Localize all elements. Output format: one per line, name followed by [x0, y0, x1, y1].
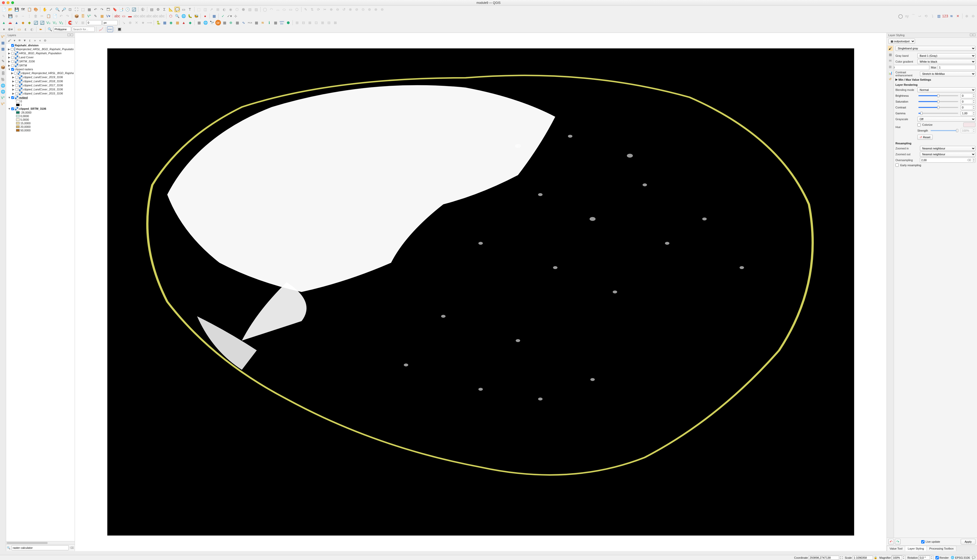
layout-manager-button[interactable]: 📋: [27, 7, 32, 12]
reset-button[interactable]: ↺Reset: [917, 135, 933, 140]
digitize-8-button[interactable]: ⊗: [348, 7, 353, 12]
max-input[interactable]: [938, 65, 975, 70]
styling-undock-icon[interactable]: [970, 33, 972, 36]
zoom-selection-button[interactable]: ⬚: [80, 7, 85, 12]
snap-circle-button[interactable]: ◯: [898, 13, 903, 19]
r3-btn-29[interactable]: PCA: [247, 20, 253, 25]
r3-btn-2[interactable]: ⛰: [7, 20, 13, 25]
contrast-spin[interactable]: ▲▼: [961, 105, 975, 110]
location-search-icon[interactable]: 🔍: [47, 27, 52, 32]
dock-virtual-icon[interactable]: V°: [1, 102, 5, 106]
show-bookmarks-button[interactable]: 📑: [118, 7, 124, 12]
paste-button[interactable]: 📄: [52, 13, 58, 19]
locator-input[interactable]: [12, 545, 69, 550]
new-geopackage-button[interactable]: ✎: [93, 13, 99, 19]
brightness-spin[interactable]: ▲▼: [961, 93, 975, 98]
snap-3-button[interactable]: ⟲: [923, 13, 929, 19]
r3-btn-24[interactable]: or: [215, 20, 221, 25]
location-select[interactable]: Philippines: [53, 27, 71, 32]
layer-visibility-checkbox[interactable]: [11, 60, 14, 63]
layer-tree-item[interactable]: ▶Land Cover: [6, 55, 75, 59]
r3-btn-9[interactable]: V₁: [52, 20, 58, 25]
shape-6-button[interactable]: ⬠: [294, 7, 299, 12]
dock-vector-icon[interactable]: V°: [1, 34, 5, 39]
layer-tree-item[interactable]: 0,0000: [6, 114, 75, 118]
label-tool-5[interactable]: abc: [140, 13, 146, 19]
r3-btn-15[interactable]: ⟿: [147, 20, 152, 25]
layer-tree-item[interactable]: ▶clipped_LandCover_2015_3106: [6, 92, 75, 95]
label-tool-6[interactable]: abc: [146, 13, 152, 19]
contrast-enh-select[interactable]: Stretch to MinMax: [920, 71, 975, 77]
zoom-last-button[interactable]: ↶: [93, 7, 99, 12]
blending-select[interactable]: Normal: [917, 87, 975, 92]
mesh-7-button[interactable]: ⬡: [234, 7, 240, 12]
zoom-native-button[interactable]: ⊡: [67, 7, 73, 12]
node-tool-button[interactable]: ⋮: [27, 13, 32, 19]
layer-visibility-checkbox[interactable]: [15, 88, 18, 91]
r3-btn-34[interactable]: ⬢: [285, 20, 291, 25]
plugin-btn-1[interactable]: ●: [202, 13, 208, 19]
layers-hscroll[interactable]: [6, 541, 75, 544]
label-tool-3[interactable]: ▬: [127, 13, 133, 19]
mesh-2-button[interactable]: ◫: [202, 7, 208, 12]
digitize-12-button[interactable]: ⊛: [373, 7, 379, 12]
new-project-button[interactable]: 📄: [1, 7, 7, 12]
r3-btn-37[interactable]: ⊠: [307, 20, 313, 25]
styling-close-icon[interactable]: [973, 33, 975, 36]
r3-btn-6[interactable]: 🔄: [33, 20, 38, 25]
layer-tree-item[interactable]: 5,0000: [6, 118, 75, 122]
r4-btn-4[interactable]: ➽: [38, 27, 43, 32]
layer-tree-item[interactable]: 50,0000: [6, 128, 75, 132]
panel-undock-icon[interactable]: [67, 33, 70, 36]
symbology-tab-icon[interactable]: 🖌: [888, 46, 893, 51]
r3-btn-26[interactable]: ⊕: [228, 20, 234, 25]
r3-btn-17[interactable]: ◉: [168, 20, 174, 25]
tree-toggle-icon[interactable]: ▼: [8, 96, 10, 99]
layer-tree-item[interactable]: ▶clipped_LandCover_2016_3106: [6, 87, 75, 92]
layers-expand-button[interactable]: »: [33, 38, 37, 43]
r3-btn-33[interactable]: ▦: [273, 20, 278, 25]
save-project-button[interactable]: 💾: [14, 7, 19, 12]
snap-4-button[interactable]: ⤵: [930, 13, 935, 19]
layer-tree-item[interactable]: 1: [6, 103, 75, 107]
snap-8-button[interactable]: ✕: [955, 13, 961, 19]
layer-visibility-checkbox[interactable]: [11, 52, 14, 55]
dock-pg-icon[interactable]: 🐘: [1, 77, 5, 82]
plugin-btn-4[interactable]: ✓▾: [226, 13, 232, 19]
snap-mode-button[interactable]: V: [74, 20, 79, 25]
snap-xy-button[interactable]: xy: [904, 13, 910, 19]
layer-visibility-checkbox[interactable]: [11, 96, 14, 99]
styling-layer-select[interactable]: ▦ outputoutput: [888, 39, 915, 44]
map-tips-button[interactable]: 💬: [174, 7, 180, 12]
layer-tree-item[interactable]: ▼clipped_SRTM_3106: [6, 107, 75, 111]
layer-tree-item[interactable]: ▼output: [6, 95, 75, 100]
layer-visibility-checkbox[interactable]: [11, 107, 14, 110]
r3-btn-41[interactable]: ⊠: [333, 20, 338, 25]
layer-tree-item[interactable]: -28,0000: [6, 111, 75, 114]
new-map-view-button[interactable]: 🗔: [105, 7, 111, 12]
tree-toggle-icon[interactable]: ▶: [8, 48, 10, 51]
dock-mesh-icon[interactable]: ▩: [1, 47, 5, 51]
r3-btn-20[interactable]: ◆: [187, 20, 193, 25]
early-resampling-checkbox[interactable]: [895, 163, 899, 167]
tree-toggle-icon[interactable]: ▶: [11, 72, 13, 75]
digitize-3-button[interactable]: ⟳: [316, 7, 321, 12]
redo-styling-button[interactable]: ↷: [895, 539, 900, 545]
gray-band-select[interactable]: Band 1 (Gray): [917, 53, 975, 58]
r3-btn-3[interactable]: ▲: [14, 20, 19, 25]
label-tool-7[interactable]: abc: [153, 13, 158, 19]
select-button[interactable]: ▭: [181, 7, 186, 12]
zoom-out-button[interactable]: 🔎: [61, 7, 67, 12]
snap-6-button[interactable]: 123: [942, 13, 948, 19]
r3-btn-27[interactable]: ▦: [234, 20, 240, 25]
refresh-button[interactable]: 🔄: [131, 7, 137, 12]
plugin-btn-5[interactable]: ⊹: [233, 13, 239, 19]
tree-toggle-icon[interactable]: ▼: [8, 68, 10, 71]
measure-button[interactable]: 📐: [168, 7, 174, 12]
dock-wcs-icon[interactable]: 🌐: [1, 89, 5, 94]
r3-btn-1[interactable]: ▲: [1, 20, 7, 25]
digitize-11-button[interactable]: ⊚: [367, 7, 372, 12]
r3-btn-32[interactable]: ℹ: [266, 20, 272, 25]
gradient-select[interactable]: White to black: [917, 59, 975, 64]
zoom-layer-button[interactable]: ▦: [86, 7, 92, 12]
